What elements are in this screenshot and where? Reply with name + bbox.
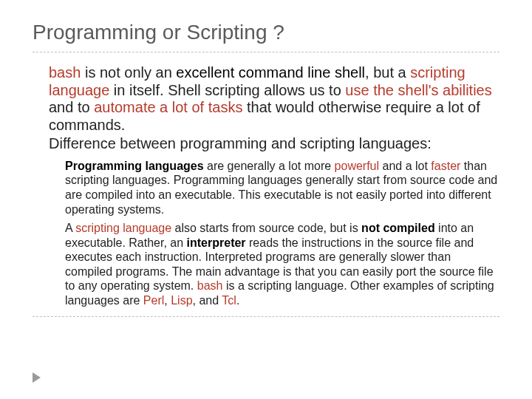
slide-title: Programming or Scripting ? — [33, 21, 499, 44]
list-item: Difference between programming and scrip… — [33, 135, 499, 307]
list-item-text: bash is not only an excellent command li… — [49, 64, 492, 133]
inner-list: Programming languages are generally a lo… — [49, 159, 499, 307]
star-icon — [49, 223, 58, 232]
list-item-text: Programming languages are generally a lo… — [65, 160, 497, 216]
list-item: A scripting language also starts from so… — [49, 221, 499, 307]
star-icon — [49, 161, 58, 170]
play-arrow-icon — [33, 372, 41, 383]
list-item-text: Difference between programming and scrip… — [49, 135, 432, 151]
outer-list: bash is not only an excellent command li… — [33, 64, 499, 307]
list-item-text: A scripting language also starts from so… — [65, 222, 494, 307]
divider-bottom — [33, 316, 499, 317]
divider-top — [33, 52, 499, 52]
list-item: Programming languages are generally a lo… — [49, 159, 499, 216]
list-item: bash is not only an excellent command li… — [33, 64, 499, 134]
star-icon — [33, 67, 43, 78]
star-icon — [33, 138, 43, 149]
